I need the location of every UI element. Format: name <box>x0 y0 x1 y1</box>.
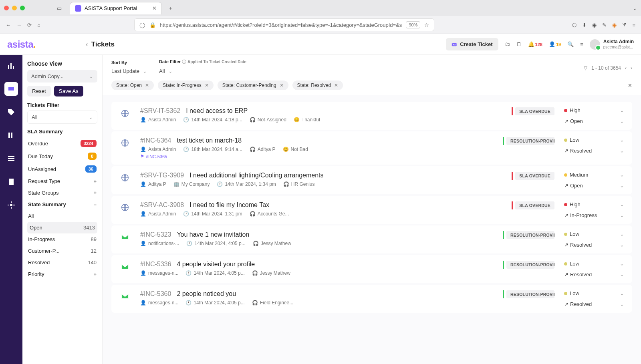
priority-select[interactable]: High⌄ <box>564 107 624 113</box>
state-item[interactable]: All <box>27 210 97 222</box>
ticket-row[interactable]: #SRV-TG-3909I need additional lighting/C… <box>111 166 632 194</box>
ticket-row[interactable]: #SRV-AC-3908I need to file my Income Tax… <box>111 196 632 224</box>
nav-kb-icon[interactable] <box>4 129 18 142</box>
status-icon: ↗ <box>564 118 568 124</box>
state-item[interactable]: Customer-P...12 <box>27 245 97 257</box>
status-select[interactable]: ↗Open⌄ <box>564 118 624 124</box>
ticket-row[interactable]: #INC-5364test ticket on march-18 👤Asista… <box>111 131 632 165</box>
account-icon[interactable]: ◉ <box>592 22 597 28</box>
filter-chip[interactable]: State: Resolved✕ <box>292 80 343 90</box>
status-select[interactable]: ↗Resolved⌄ <box>564 301 624 307</box>
priority-select[interactable]: Low⌄ <box>564 290 624 296</box>
tickets-filter-select[interactable]: All⌄ <box>27 111 97 124</box>
home-icon[interactable]: ⌂ <box>37 22 40 28</box>
create-ticket-button[interactable]: 🎟 Create Ticket <box>446 38 498 50</box>
assign-icon[interactable]: 👤19 <box>549 41 561 47</box>
info-icon[interactable]: ⓘ <box>182 59 186 64</box>
tab-close-icon[interactable]: ✕ <box>152 5 157 11</box>
nav-reports-icon[interactable] <box>4 175 18 189</box>
reset-button[interactable]: Reset <box>27 86 51 97</box>
linked-ticket[interactable]: ⚑#INC-5365 <box>140 154 493 159</box>
record-icon[interactable]: ◉ <box>612 22 617 28</box>
state-groups-row[interactable]: State Groups+ <box>27 187 97 199</box>
sidebar: Choose View Admin Copy...⌄ Reset Save As… <box>22 55 103 364</box>
ticket-date: 🕐14th Mar 2024, 4:05 p... <box>185 270 244 276</box>
forward-icon[interactable]: → <box>16 22 22 28</box>
request-type-row[interactable]: Request Type+ <box>27 175 97 187</box>
filter-icon[interactable]: ▽ <box>584 65 587 71</box>
priority-select[interactable]: Low⌄ <box>564 137 624 143</box>
notes-icon[interactable]: 🗒 <box>516 41 522 47</box>
filter-chip[interactable]: State: Open✕ <box>111 80 154 90</box>
browser-tab[interactable]: ASISTA Support Portal ✕ <box>70 2 162 14</box>
status-select[interactable]: ↗Resolved⌄ <box>564 148 624 154</box>
page-next-icon[interactable]: › <box>631 65 632 71</box>
priority-select[interactable]: Low⌄ <box>564 261 624 267</box>
chip-remove-icon[interactable]: ✕ <box>205 82 209 88</box>
status-select[interactable]: ↗Resolved⌄ <box>564 271 624 278</box>
priority-select[interactable]: Low⌄ <box>564 231 624 237</box>
sla-item[interactable]: UnAssigned36 <box>27 163 97 175</box>
zoom-badge[interactable]: 90% <box>406 21 420 28</box>
nav-tags-icon[interactable] <box>4 105 18 119</box>
shield-icon[interactable]: ◯ <box>139 22 145 28</box>
ticket-id: #SRV-TG-3909 <box>140 172 184 179</box>
filter-chip[interactable]: State: Customer-Pending✕ <box>218 80 288 90</box>
clear-filters-icon[interactable]: ✕ <box>628 82 632 88</box>
inbox-icon[interactable]: 🗂 <box>505 41 510 47</box>
download-icon[interactable]: ⬇ <box>582 22 587 28</box>
view-select[interactable]: Admin Copy...⌄ <box>27 70 97 82</box>
date-filter-select[interactable]: All ⌄ <box>159 66 246 76</box>
tabs-dropdown-icon[interactable]: ⌄ <box>633 5 637 11</box>
menu-icon[interactable]: ≡ <box>580 41 583 47</box>
pocket-icon[interactable]: ⬡ <box>572 22 576 28</box>
lock-icon[interactable]: 🔒 <box>149 22 156 28</box>
user-menu[interactable]: Asista Admin pseema@asist... <box>590 39 634 50</box>
user-icon: 👤 <box>140 181 146 187</box>
sidebar-toggle-icon[interactable]: ▭ <box>57 5 62 11</box>
save-as-button[interactable]: Save As <box>54 86 83 97</box>
state-item[interactable]: In-Progress89 <box>27 233 97 245</box>
priority-row[interactable]: Priority+ <box>27 268 97 280</box>
new-tab-icon[interactable]: + <box>169 5 172 11</box>
eyedropper-icon[interactable]: ✎ <box>602 22 607 28</box>
ticket-date: 🕐14th Mar 2024, 4:05 p... <box>186 241 245 246</box>
priority-select[interactable]: Medium⌄ <box>564 172 624 178</box>
sla-badge: SLA OVERDUE <box>512 201 554 209</box>
nav-settings-icon[interactable] <box>4 198 18 212</box>
back-arrow-icon[interactable]: ‹ <box>86 40 88 48</box>
reload-icon[interactable]: ⟳ <box>27 22 32 28</box>
ticket-row[interactable]: #SRV-IT-5362I need access to ERP 👤Asista… <box>111 102 632 130</box>
state-item[interactable]: Resolved140 <box>27 257 97 268</box>
chip-remove-icon[interactable]: ✕ <box>334 82 338 88</box>
sla-item[interactable]: Due Today0 <box>27 150 97 163</box>
nav-dashboard-icon[interactable] <box>4 59 18 72</box>
status-select[interactable]: ↗In-Progress⌄ <box>564 212 624 218</box>
app-topbar: asista. ‹ Tickets 🎟 Create Ticket 🗂 🗒 🔔1… <box>0 34 641 55</box>
search-icon[interactable]: 🔍 <box>567 41 574 47</box>
app-menu-icon[interactable]: ≡ <box>632 22 635 28</box>
chevron-down-icon: ⌄ <box>168 68 173 74</box>
chip-remove-icon[interactable]: ✕ <box>145 82 149 88</box>
sort-by-select[interactable]: Last Update ⌄ <box>111 66 147 76</box>
status-select[interactable]: ↗Resolved⌄ <box>564 242 624 248</box>
bell-icon[interactable]: 🔔128 <box>528 41 542 47</box>
extensions-icon[interactable]: ⧩ <box>622 22 627 28</box>
state-summary-row[interactable]: State Summary– <box>27 199 97 210</box>
bookmark-icon[interactable]: ☆ <box>424 22 429 28</box>
page-prev-icon[interactable]: ‹ <box>625 65 627 71</box>
ticket-row[interactable]: #INC-5323You have 1 new invitation 👤noti… <box>111 225 632 253</box>
sla-item[interactable]: Overdue3224 <box>27 137 97 150</box>
ticket-row[interactable]: #INC-53364 people visited your profile 👤… <box>111 255 632 283</box>
nav-list-icon[interactable] <box>4 152 18 165</box>
ticket-row[interactable]: #INC-53602 people noticed you 👤messages-… <box>111 285 632 313</box>
priority-select[interactable]: High⌄ <box>564 201 624 207</box>
window-controls[interactable] <box>4 6 25 10</box>
status-select[interactable]: ↗Open⌄ <box>564 183 624 189</box>
chip-remove-icon[interactable]: ✕ <box>280 82 284 88</box>
filter-chip[interactable]: State: In-Progress✕ <box>158 80 214 90</box>
back-icon[interactable]: ← <box>6 22 11 28</box>
nav-tickets-icon[interactable] <box>4 82 18 96</box>
address-bar[interactable]: ◯ 🔒 https://genius.asista.com/agent/#/ti… <box>134 18 435 31</box>
state-item[interactable]: Open3413 <box>27 222 97 233</box>
